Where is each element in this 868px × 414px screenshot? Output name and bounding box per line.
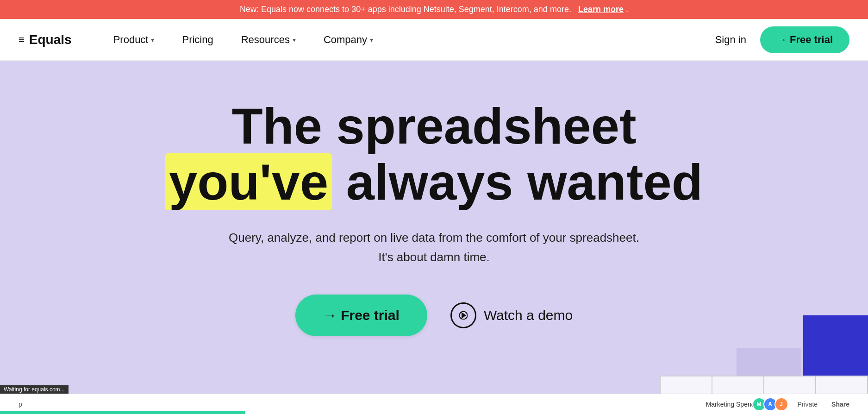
logo[interactable]: ≡ Equals — [19, 32, 72, 47]
free-trial-hero-button[interactable]: → Free trial — [295, 295, 427, 336]
grid-cell — [712, 376, 764, 394]
navbar: ≡ Equals Product ▾ Pricing Resources ▾ C… — [0, 19, 868, 61]
watch-demo-button[interactable]: Watch a demo — [450, 302, 573, 328]
play-icon — [450, 302, 476, 328]
chevron-down-icon: ▾ — [293, 36, 296, 44]
hero-subtitle-line2: It's about damn time. — [378, 250, 490, 264]
loading-bar — [0, 411, 245, 414]
bar-2 — [803, 315, 868, 376]
hero-ctas: → Free trial Watch a demo — [295, 295, 573, 336]
navbar-nav: Product ▾ Pricing Resources ▾ Company ▾ — [100, 19, 715, 61]
hero-subtitle-line1: Query, analyze, and report on live data … — [229, 231, 639, 245]
bar-chart — [737, 315, 868, 376]
status-bar-center: Marketing Spend — [706, 401, 755, 408]
free-trial-nav-label: → Free trial — [777, 34, 833, 46]
signin-label: Sign in — [715, 34, 746, 45]
avatar-3: J — [774, 397, 788, 411]
nav-company[interactable]: Company ▾ — [310, 19, 387, 61]
free-trial-nav-button[interactable]: → Free trial — [760, 26, 849, 53]
grid-cell — [660, 376, 712, 394]
tab-label[interactable]: p — [14, 399, 27, 410]
nav-pricing[interactable]: Pricing — [168, 19, 227, 61]
hero-title-part1: The spreadsheet — [231, 97, 636, 154]
share-button[interactable]: Share — [827, 399, 854, 410]
signin-link[interactable]: Sign in — [715, 34, 746, 46]
nav-resources-label: Resources — [241, 34, 290, 46]
nav-product-label: Product — [113, 34, 149, 46]
share-label: Share — [831, 401, 849, 408]
hero-subtitle: Query, analyze, and report on live data … — [229, 228, 639, 267]
nav-product[interactable]: Product ▾ — [100, 19, 169, 61]
waiting-text: Waiting for equals.com... — [0, 385, 69, 394]
hero-section: The spreadsheet you've always wanted Que… — [0, 61, 868, 413]
announcement-text: New: Equals now connects to 30+ apps inc… — [240, 5, 571, 14]
hero-title-part2: always wanted — [346, 153, 703, 210]
hamburger-icon: ≡ — [19, 34, 25, 46]
grid-cell — [764, 376, 816, 394]
nav-resources[interactable]: Resources ▾ — [227, 19, 310, 61]
logo-text: Equals — [29, 32, 72, 47]
avatar-group: M A J — [755, 397, 788, 411]
announcement-period: . — [626, 5, 628, 14]
status-bar-left: p — [14, 399, 706, 410]
chevron-down-icon: ▾ — [151, 36, 154, 44]
nav-pricing-label: Pricing — [182, 34, 213, 46]
chevron-down-icon: ▾ — [370, 36, 373, 44]
svg-marker-0 — [462, 312, 466, 319]
bar-1 — [737, 348, 801, 376]
hero-title: The spreadsheet you've always wanted — [165, 98, 703, 210]
announcement-link[interactable]: Learn more — [578, 5, 624, 14]
private-label: Private — [798, 401, 818, 408]
sheet-name: Marketing Spend — [706, 401, 755, 408]
announcement-bar: New: Equals now connects to 30+ apps inc… — [0, 0, 868, 19]
status-bar-right: M A J Private Share — [755, 397, 855, 411]
free-trial-hero-label: → Free trial — [323, 307, 400, 323]
private-button[interactable]: Private — [793, 399, 823, 410]
grid-cell — [816, 376, 868, 394]
nav-company-label: Company — [324, 34, 367, 46]
hero-title-highlight: you've — [165, 153, 332, 210]
watch-demo-label: Watch a demo — [484, 307, 573, 323]
navbar-actions: Sign in → Free trial — [715, 26, 849, 53]
